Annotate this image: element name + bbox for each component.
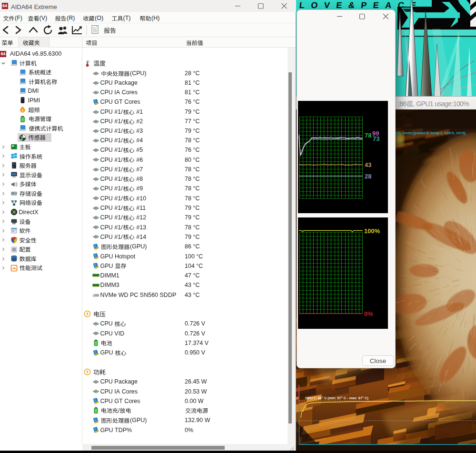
svg-text:100%: 100% [364,227,380,235]
svg-text:43: 43 [365,161,371,168]
svg-text:73: 73 [373,135,379,142]
svg-text:GPU 1: 86° C (min: 57° C - max: GPU 1: 86° C (min: 57° C - max: 87° C) [305,396,368,400]
svg-text:78: 78 [365,132,371,139]
svg-text:0%: 0% [364,310,373,317]
svg-text:28: 28 [365,173,371,180]
svg-text:1%, limits:[power:0, temp:1, v: 1%, limits:[power:0, temp:1, volt:0, OV:… [396,131,466,135]
